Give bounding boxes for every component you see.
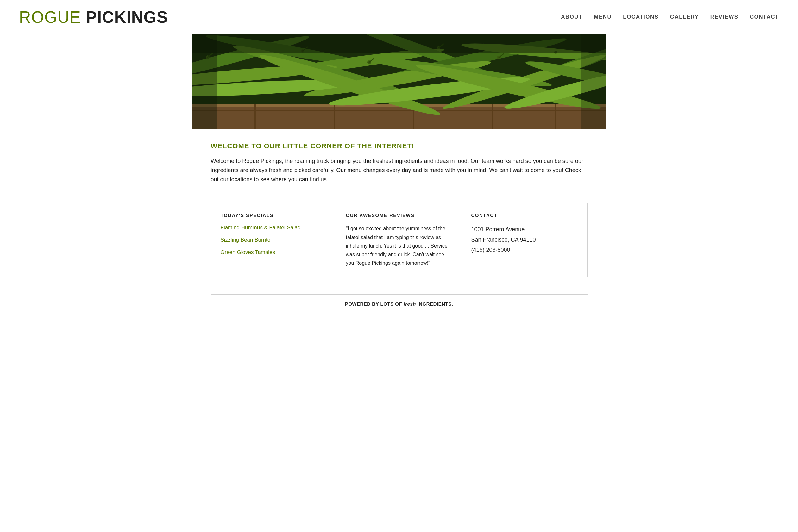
reviews-column: OUR AWESOME REVIEWS "I got so excited ab… <box>337 203 462 277</box>
nav-item-about[interactable]: ABOUT <box>561 14 582 20</box>
site-logo: ROGUE PICKINGS <box>19 9 168 25</box>
review-text: "I got so excited about the yumminess of… <box>346 224 452 267</box>
welcome-text: Welcome to Rogue Pickings, the roaming t… <box>211 156 587 184</box>
nav-item-reviews[interactable]: REVIEWS <box>710 14 739 20</box>
footer-text-italic: fresh <box>404 301 416 306</box>
nav-item-menu[interactable]: MENU <box>594 14 612 20</box>
special-item-link[interactable]: Flaming Hummus & Falafel Salad <box>221 225 301 231</box>
hero-section <box>192 35 606 129</box>
main-content: WELCOME TO OUR LITTLE CORNER OF THE INTE… <box>192 129 606 314</box>
nav-item-gallery[interactable]: GALLERY <box>670 14 699 20</box>
site-footer: POWERED BY LOTS OF fresh INGREDIENTS. <box>211 287 587 314</box>
specials-list: Flaming Hummus & Falafel SaladSizzling B… <box>221 224 327 255</box>
list-item: Sizzling Bean Burrito <box>221 236 327 243</box>
special-item-link[interactable]: Sizzling Bean Burrito <box>221 237 271 243</box>
reviews-title: OUR AWESOME REVIEWS <box>346 212 452 218</box>
contact-phone: (415) 206-8000 <box>471 245 578 255</box>
svg-rect-1 <box>192 104 606 129</box>
nav-item-contact[interactable]: CONTACT <box>750 14 779 20</box>
three-col-section: TODAY'S SPECIALS Flaming Hummus & Falafe… <box>211 203 587 277</box>
footer-text-after: INGREDIENTS. <box>416 301 453 306</box>
main-nav: ABOUTMENULOCATIONSGALLERYREVIEWSCONTACT <box>561 14 779 20</box>
logo-rogue: ROGUE <box>19 8 81 26</box>
nav-item-locations[interactable]: LOCATIONS <box>623 14 658 20</box>
svg-rect-41 <box>581 35 606 129</box>
contact-address-line2: San Francisco, CA 94110 <box>471 235 578 245</box>
logo-pickings: PICKINGS <box>86 8 168 26</box>
list-item: Green Gloves Tamales <box>221 249 327 255</box>
specials-column: TODAY'S SPECIALS Flaming Hummus & Falafe… <box>211 203 337 277</box>
welcome-title: WELCOME TO OUR LITTLE CORNER OF THE INTE… <box>211 142 587 150</box>
contact-info: 1001 Potrero Avenue San Francisco, CA 94… <box>471 224 578 255</box>
svg-rect-39 <box>192 35 606 54</box>
list-item: Flaming Hummus & Falafel Salad <box>221 224 327 231</box>
footer-text-before: POWERED BY LOTS OF <box>345 301 404 306</box>
hero-image <box>192 35 606 129</box>
contact-address-line1: 1001 Potrero Avenue <box>471 224 578 234</box>
specials-title: TODAY'S SPECIALS <box>221 212 327 218</box>
welcome-section: WELCOME TO OUR LITTLE CORNER OF THE INTE… <box>211 129 587 193</box>
special-item-link[interactable]: Green Gloves Tamales <box>221 249 275 255</box>
contact-column: CONTACT 1001 Potrero Avenue San Francisc… <box>462 203 587 277</box>
footer-inner: POWERED BY LOTS OF fresh INGREDIENTS. <box>211 294 587 306</box>
svg-rect-40 <box>192 35 217 129</box>
contact-title: CONTACT <box>471 212 578 218</box>
site-header: ROGUE PICKINGS ABOUTMENULOCATIONSGALLERY… <box>0 0 798 35</box>
